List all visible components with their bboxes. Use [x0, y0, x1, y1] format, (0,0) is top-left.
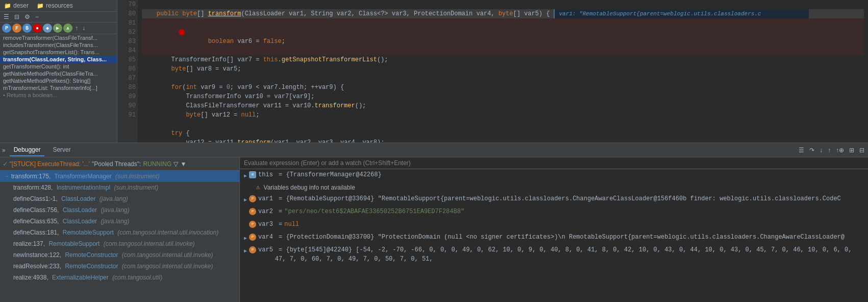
frame-5-method: defineClass:181,	[13, 228, 59, 237]
var1-name: var1	[258, 194, 273, 203]
var3-icon: P	[249, 221, 256, 228]
variables-panel: Evaluate expression (Enter) or add a wat…	[240, 157, 868, 302]
thread-frame-6[interactable]: realize:137, RemotableSupport (com.tango…	[0, 238, 239, 249]
thread-frame-2[interactable]: defineClass1:-1, ClassLoader (java.lang)	[0, 193, 239, 204]
var-this-equals: = {TransformerManager@42268}	[275, 170, 382, 179]
tab-server[interactable]: Server	[48, 144, 75, 156]
var-var4[interactable]: ▶ P var4 = {ProtectionDomain@33700} "Pro…	[240, 231, 868, 244]
frame-9-class: ExternalizableHelper	[51, 273, 109, 282]
var1-icon: P	[249, 195, 256, 202]
line-num-87: 87	[119, 74, 136, 83]
code-content[interactable]: public byte[] transform(ClassLoader var1…	[138, 0, 868, 143]
line-num-79: 79	[119, 0, 136, 9]
method-transform[interactable]: transform(ClassLoader, String, Class...	[0, 56, 117, 63]
icon-red[interactable]: ●	[33, 24, 42, 33]
align-left-button[interactable]: ☰	[2, 13, 11, 21]
frame-9-method: realize:4938,	[13, 273, 48, 282]
thread-frame-7[interactable]: newInstance:122, RemoteConstructor (com.…	[0, 249, 239, 261]
var-var1[interactable]: ▶ P var1 = {RemotableSupport@33694} "Rem…	[240, 193, 868, 206]
code-line-82: TransformerInfo[] var7 = this.getSnapsho…	[142, 55, 864, 64]
list-icon-button[interactable]: ☰	[797, 146, 806, 154]
code-line-84	[142, 74, 864, 83]
thread-frame-1[interactable]: transform:428, InstrumentationImpl (sun.…	[0, 182, 239, 193]
arrow-up-button[interactable]: ↑	[73, 24, 80, 32]
check-icon: ✓	[3, 159, 7, 168]
filter-button[interactable]: ▽	[173, 160, 178, 168]
frame-7-package: (com.tangosol.internal.util.invoke)	[120, 250, 213, 260]
line-num-83: 83	[119, 37, 136, 46]
code-line-86: TransformerInfo var10 = var7[var9];	[142, 92, 864, 101]
var-this[interactable]: ▶ ≡ this = {TransformerManager@42268}	[240, 169, 868, 182]
gear-button[interactable]: ⚙	[23, 13, 32, 21]
method-get-snapshot[interactable]: getSnapshotTransformerList(): Trans...	[0, 49, 117, 56]
var3-null: null	[284, 220, 299, 229]
project-item[interactable]: 📁 deser	[2, 1, 31, 10]
sidebar-list: removeTransformer(ClassFileTransf... inc…	[0, 34, 117, 143]
thread-frame-4[interactable]: defineClass:635, ClassLoader (java.lang)	[0, 216, 239, 227]
line-num-84: 84	[119, 46, 136, 55]
method-get-prefixes[interactable]: getNativeMethodPrefixes(): String[]	[0, 77, 117, 84]
frame-7-class: RemoteConstructor	[63, 250, 118, 260]
frame-4-method: defineClass:635,	[13, 217, 59, 226]
method-get-prefix[interactable]: getNativeMethodPrefix(ClassFileTra...	[0, 70, 117, 77]
expr-placeholder: Evaluate expression (Enter) or add a wat…	[244, 159, 411, 167]
field-transformer-list[interactable]: mTransformerList: TransformerInfo[...]	[0, 84, 117, 91]
frame-6-class: RemotableSupport	[47, 239, 100, 248]
step-out-button[interactable]: ↑	[826, 146, 832, 154]
grid-button[interactable]: ⊞	[848, 146, 856, 154]
line-numbers: 79 80 81 82 83 84 85 86 87 88 89 90 91	[117, 0, 138, 143]
tab-debugger[interactable]: Debugger	[10, 144, 45, 156]
debug-tab-icons: ☰ ↷ ↓ ↑ ↑⊕ ⊞ ⊟	[797, 146, 866, 154]
icon-a[interactable]: A	[63, 24, 72, 33]
code-line-87: ClassFileTransformer var11 = var10.trans…	[142, 101, 864, 110]
thread-frame-3[interactable]: defineClass:756, ClassLoader (java.lang)	[0, 204, 239, 216]
frame-3-package: (java.lang)	[99, 205, 129, 215]
expression-bar[interactable]: Evaluate expression (Enter) or add a wat…	[240, 157, 868, 169]
var4-value: = {ProtectionDomain@33700} "ProtectionDo…	[275, 233, 845, 242]
thread-frame-8[interactable]: readResolve:233, RemoteConstructor (com.…	[0, 261, 239, 272]
var5-icon: P	[249, 246, 256, 253]
method-get-count[interactable]: getTransformerCount(): int	[0, 63, 117, 70]
thread-frame-5[interactable]: defineClass:181, RemotableSupport (com.t…	[0, 227, 239, 238]
frame-5-package: (com.tangosol.internal.util.invocation)	[116, 228, 218, 237]
thread-frame-0[interactable]: → transform:175, TransformerManager (sun…	[0, 171, 239, 182]
frame-5-class: RemotableSupport	[61, 228, 113, 237]
var-var3[interactable]: ▶ P var3 = null	[240, 219, 868, 231]
var2-icon: P	[249, 208, 256, 215]
line-num-82: 82	[119, 28, 136, 37]
align-center-button[interactable]: ⊟	[13, 13, 21, 21]
method-remove-transformer[interactable]: removeTransformer(ClassFileTransf...	[0, 34, 117, 41]
frame-1-package: (sun.instrument)	[112, 183, 158, 192]
step-over-button[interactable]: ↷	[808, 146, 816, 154]
frame-2-package: (java.lang)	[97, 194, 128, 203]
double-arrow[interactable]: »	[2, 147, 6, 154]
step-into-button[interactable]: ↓	[818, 146, 824, 154]
var-var5[interactable]: ▶ P var5 = {byte[1545]@42240} [-54, -2, …	[240, 244, 868, 265]
var1-value: = {RemotableSupport@33694} "RemotableSup…	[275, 194, 841, 203]
icon-p[interactable]: P	[2, 24, 11, 33]
frame-3-class: ClassLoader	[61, 205, 97, 215]
more-button[interactable]: ⊟	[858, 146, 866, 154]
thread-frame-9[interactable]: realize:4938, ExternalizableHelper (com.…	[0, 272, 239, 283]
var-var2[interactable]: ▶ P var2 = "pers/neo/test6$2ABAFAE336502…	[240, 206, 868, 219]
code-line-81: boolean var6 = false;	[142, 18, 864, 55]
minus-button[interactable]: −	[34, 13, 40, 21]
var5-value: = {byte[1545]@42240} [-54, -2, -70, -66,…	[275, 245, 864, 264]
frame-8-class: RemoteConstructor	[63, 262, 118, 271]
method-returns[interactable]: • Returns a boolean...	[0, 91, 117, 99]
code-line-88: byte[] var12 = null;	[142, 110, 864, 120]
dropdown-button[interactable]: ▼	[180, 160, 186, 168]
frame-7-method: newInstance:122,	[13, 250, 61, 260]
method-includes-transformer[interactable]: includesTransformer(ClassFileTrans...	[0, 41, 117, 49]
icon-f[interactable]: F	[12, 24, 21, 33]
arrow-down-button[interactable]: ↓	[81, 24, 87, 32]
icon-run[interactable]: ▶	[53, 24, 62, 33]
stuck-label: "[STUCK] ExecuteThread: '...'	[9, 160, 90, 168]
resources-item[interactable]: 📁 resources	[35, 1, 75, 10]
icon-b[interactable]: B	[22, 24, 32, 33]
line-num-91: 91	[119, 110, 136, 120]
icon-yellow[interactable]: ◆	[43, 24, 52, 33]
resume-button[interactable]: ↑⊕	[834, 146, 846, 154]
frame-8-package: (com.tangosol.internal.util.invoke)	[120, 262, 213, 271]
line-num-89: 89	[119, 92, 136, 101]
